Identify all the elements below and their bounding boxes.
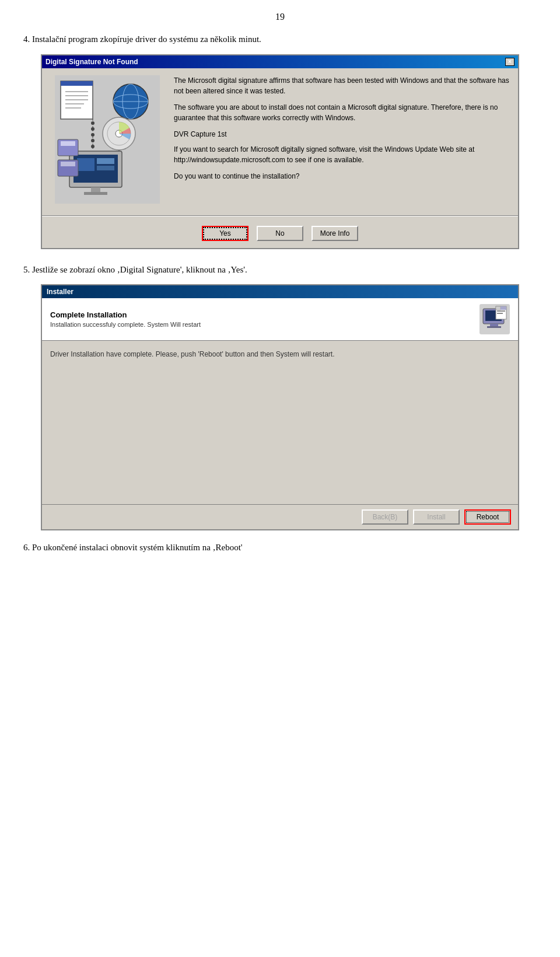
svg-point-32 [91,145,94,148]
dialog-product-name: DVR Capture 1st [174,129,511,139]
svg-rect-19 [97,166,114,170]
dialog-buttons-area: Yes No More Info [42,221,518,248]
step6-text: 6. Po ukončené instalaci obnovit systém … [23,541,537,554]
dialog-text-area: The Microsoft digital signature affirms … [174,75,511,204]
close-icon[interactable]: × [505,58,514,66]
svg-point-29 [91,127,94,131]
install-button[interactable]: Install [413,509,460,525]
installer-icon-svg [480,304,510,334]
page-number: 19 [23,12,537,22]
installer-footer: Back(B) Install Reboot [42,504,518,529]
installer-title: Installer [47,288,74,296]
no-button[interactable]: No [257,226,303,241]
installer-header-text: Complete Installation Installation succe… [50,310,201,328]
svg-rect-37 [487,326,501,328]
titlebar-buttons: × [505,58,514,66]
installer-header-subtitle: Installation successfuly complete. Syste… [50,321,201,328]
installer-content: Driver Installation have complete. Pleas… [42,341,518,504]
digital-signature-dialog: Digital Signature Not Found × [41,54,519,249]
installer-header: Complete Installation Installation succe… [42,298,518,341]
svg-point-31 [91,139,94,142]
dialog-paragraph3: If you want to search for Microsoft digi… [174,144,511,165]
reboot-button[interactable]: Reboot [464,509,511,525]
installer-content-text: Driver Installation have complete. Pleas… [50,349,510,359]
more-info-button[interactable]: More Info [312,226,358,241]
dialog-icon-area [49,75,166,204]
dialog-question: Do you want to continue the installation… [174,171,511,181]
installer-header-icon [480,304,510,334]
dialog-titlebar: Digital Signature Not Found × [42,55,518,68]
svg-rect-2 [61,81,93,86]
svg-rect-41 [497,313,503,314]
svg-rect-21 [84,192,107,195]
step4-text: 4. Instalační program zkopíruje driver d… [23,33,537,46]
svg-marker-43 [501,306,506,310]
svg-point-30 [91,133,94,137]
installer-titlebar: Installer [42,285,518,298]
svg-rect-25 [61,162,75,166]
installer-dialog: Installer Complete Installation Installa… [41,284,519,530]
dialog-body: The Microsoft digital signature affirms … [42,68,518,211]
signature-illustration [55,75,160,204]
svg-rect-18 [97,158,114,164]
back-button[interactable]: Back(B) [362,509,408,525]
installer-header-title: Complete Installation [50,310,201,319]
dialog-title: Digital Signature Not Found [46,58,138,66]
svg-point-28 [91,121,94,125]
svg-rect-40 [497,310,505,312]
dialog-paragraph1: The Microsoft digital signature affirms … [174,75,511,96]
svg-rect-23 [61,141,75,146]
yes-button[interactable]: Yes [202,226,249,241]
step5-text: 5. Jestliže se zobrazí okno ‚Digital Sig… [23,263,537,277]
dialog-paragraph2: The software you are about to install do… [174,102,511,123]
svg-rect-17 [77,158,94,171]
svg-marker-42 [496,306,501,310]
